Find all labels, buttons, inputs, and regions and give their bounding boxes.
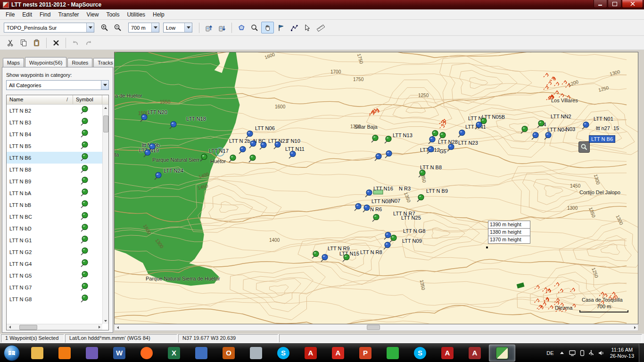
taskbar-app-skype2[interactable]: S: [407, 345, 433, 362]
waypoint-row[interactable]: LTT N bA: [7, 187, 102, 199]
symbol-column-header[interactable]: Symbol: [73, 95, 102, 104]
minimize-button[interactable]: [594, 0, 607, 8]
taskbar-app-skype[interactable]: S: [270, 345, 297, 362]
waypoint-row[interactable]: LTT N G5: [7, 270, 102, 281]
measure-ruler-tool-button[interactable]: [314, 22, 327, 33]
waypoint-row[interactable]: LTT N G7: [7, 281, 102, 293]
map-pin-green[interactable]: [417, 169, 427, 179]
map-pin-green[interactable]: [371, 214, 380, 223]
selected-waypoint-icon[interactable]: [578, 141, 590, 153]
taskbar-app-app-green[interactable]: [380, 345, 406, 362]
language-indicator[interactable]: DE: [544, 350, 556, 356]
taskbar-app-mapsource[interactable]: [489, 345, 515, 362]
scroll-up-icon[interactable]: [103, 105, 109, 111]
start-button[interactable]: [4, 345, 20, 361]
scroll-down-icon[interactable]: [103, 318, 109, 324]
taskbar-app-calculator[interactable]: [188, 345, 215, 362]
map-pin-blue[interactable]: [446, 143, 455, 153]
menu-item-tools[interactable]: Tools: [102, 10, 123, 19]
waypoint-row[interactable]: LTT N BC: [7, 211, 102, 222]
map-pin-blue[interactable]: [581, 121, 590, 131]
map-pin-green[interactable]: [248, 154, 257, 164]
tray-expand-icon[interactable]: [560, 352, 564, 354]
zoom-in-button[interactable]: [98, 22, 111, 33]
waypoint-row[interactable]: LTT N B4: [7, 128, 102, 140]
map-pin-blue[interactable]: [245, 130, 254, 140]
map-pin-blue[interactable]: [362, 204, 371, 214]
map-product-combobox[interactable]: TOPO_Península Sur: [4, 23, 94, 33]
title-bar[interactable]: LTT nests 2011-2012 - MapSource: [0, 0, 644, 9]
cut-button[interactable]: [4, 37, 17, 49]
menu-item-find[interactable]: Find: [36, 10, 54, 19]
scroll-left-icon[interactable]: [7, 324, 13, 330]
maximize-button[interactable]: [608, 0, 621, 8]
tab-waypoints56[interactable]: Waypoints(56): [25, 57, 67, 67]
taskbar-app-word[interactable]: W: [106, 345, 132, 362]
map-pin-blue[interactable]: [272, 141, 282, 150]
receive-from-device-button[interactable]: [215, 22, 228, 33]
display-tray-icon[interactable]: [569, 350, 576, 356]
map-scroll-left-icon[interactable]: [115, 324, 121, 330]
map-pin-green[interactable]: [370, 134, 380, 144]
redo-button[interactable]: [82, 37, 95, 49]
map-pin-blue[interactable]: [543, 132, 553, 141]
waypoint-list-hscrollbar[interactable]: [7, 324, 102, 330]
map-pin-blue[interactable]: [382, 241, 392, 251]
selection-arrow-tool-button[interactable]: [301, 22, 314, 33]
menu-item-view[interactable]: View: [83, 10, 103, 19]
hand-pan-tool-button[interactable]: [261, 22, 274, 33]
taskbar-app-acrobat[interactable]: A: [297, 345, 324, 362]
waypoint-list-vscrollbar[interactable]: [102, 105, 108, 324]
taskbar-app-app-gray[interactable]: [243, 345, 269, 362]
map-pin-blue[interactable]: [288, 150, 297, 160]
delete-button[interactable]: [50, 37, 62, 49]
combo-arrow-icon[interactable]: [86, 23, 94, 32]
category-combobox[interactable]: All Categories: [6, 80, 109, 90]
combo-arrow-icon[interactable]: [151, 23, 159, 32]
map-canvas[interactable]: 1750160017001750130012001250125015501500…: [114, 52, 638, 324]
taskbar-app-outlook[interactable]: O: [215, 345, 242, 362]
tab-routes[interactable]: Routes: [67, 58, 92, 67]
zoom-scale-combobox[interactable]: 700 m: [128, 23, 159, 33]
map-pin-blue[interactable]: [457, 129, 466, 139]
undo-button[interactable]: [69, 37, 82, 49]
usb-tray-icon[interactable]: [588, 350, 594, 356]
map-hscrollbar[interactable]: [114, 324, 638, 331]
map-pin-blue[interactable]: [530, 132, 540, 141]
combo-arrow-icon[interactable]: [101, 81, 108, 90]
combo-arrow-icon[interactable]: [184, 23, 192, 32]
waypoint-row[interactable]: LTT N bB: [7, 199, 102, 211]
detail-combobox[interactable]: Low: [163, 23, 192, 33]
taskbar-app-explorer[interactable]: [24, 345, 50, 362]
waypoint-row[interactable]: LTT N G2: [7, 246, 102, 258]
waypoint-row[interactable]: LTT N G1: [7, 234, 102, 246]
taskbar-app-firefox[interactable]: [133, 345, 160, 362]
map-pin-green[interactable]: [311, 250, 320, 260]
waypoint-row[interactable]: LTT N B3: [7, 116, 102, 128]
waypoint-row[interactable]: LTT N B8: [7, 164, 102, 175]
map-pin-blue[interactable]: [427, 136, 437, 145]
zoom-tool-button[interactable]: [248, 22, 261, 33]
map-pin-blue[interactable]: [139, 114, 149, 123]
map-pin-blue[interactable]: [153, 172, 163, 181]
map-pin-blue[interactable]: [320, 254, 329, 263]
menu-item-file[interactable]: File: [2, 10, 18, 19]
taskbar-app-excel[interactable]: X: [161, 345, 187, 362]
map-pin-blue[interactable]: [474, 121, 483, 131]
taskbar-app-powerpoint[interactable]: P: [352, 345, 379, 362]
menu-item-transfer[interactable]: Transfer: [54, 10, 83, 19]
map-scroll-right-icon[interactable]: [632, 324, 638, 330]
map-pin-blue[interactable]: [384, 150, 393, 159]
show-desktop-button[interactable]: [639, 344, 644, 362]
waypoint-row[interactable]: LTT N G4: [7, 258, 102, 270]
scroll-right-icon[interactable]: [96, 324, 102, 330]
tab-maps[interactable]: Maps: [3, 58, 24, 67]
clock[interactable]: 11:16 AM 26-Nov-13: [610, 347, 634, 359]
vscroll-thumb[interactable]: [103, 115, 108, 132]
taskbar-app-pdf2[interactable]: A: [434, 345, 461, 362]
map-pin-blue[interactable]: [258, 141, 268, 151]
copy-button[interactable]: [17, 37, 30, 49]
hscroll-thumb[interactable]: [19, 325, 37, 330]
close-button[interactable]: [622, 0, 643, 8]
map-pin-green[interactable]: [341, 254, 351, 263]
